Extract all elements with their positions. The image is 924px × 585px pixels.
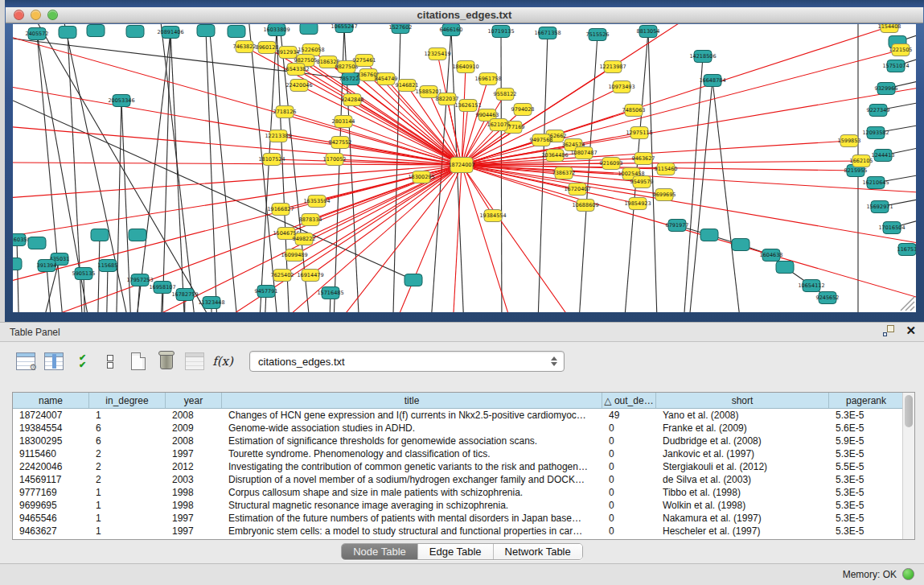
table-cell[interactable]: Genome-wide association studies in ADHD.	[222, 422, 602, 435]
network-node[interactable]: 2405572	[26, 28, 49, 40]
table-cell[interactable]: Embryonic stem cells: a model to study s…	[222, 525, 602, 538]
table-cell[interactable]: 5.3E-5	[829, 409, 904, 422]
table-cell[interactable]: 6	[89, 422, 166, 435]
column-header-short[interactable]: short	[656, 393, 829, 408]
table-cell[interactable]: 0	[602, 512, 656, 525]
table-cell[interactable]: 5.3E-5	[829, 447, 904, 460]
network-node[interactable]: 9227349	[867, 105, 890, 117]
citation-edge-black[interactable]	[577, 35, 598, 312]
network-node[interactable]: 9463627	[632, 153, 655, 165]
table-cell[interactable]: 1	[89, 525, 166, 538]
table-cell[interactable]: Hescheler et al. (1997)	[656, 525, 829, 538]
network-node[interactable]: 8878334	[299, 214, 322, 226]
network-node[interactable]: 15692971	[866, 201, 893, 213]
network-node[interactable]: 18640910	[452, 61, 478, 73]
table-cell[interactable]: Nakamura et al. (1997)	[656, 512, 829, 525]
network-node[interactable]: 8960128	[256, 42, 279, 54]
table-cell[interactable]: Tibbo et al. (1998)	[656, 486, 829, 499]
close-panel-icon[interactable]: ✕	[906, 325, 916, 336]
network-node[interactable]	[126, 26, 144, 38]
delete-table-button[interactable]	[155, 350, 178, 373]
network-view-canvas[interactable]: 1872400724055722089140616033809106552471…	[13, 24, 916, 312]
table-cell[interactable]: Changes of HCN gene expression and I(f) …	[222, 409, 602, 422]
table-cell[interactable]: 2003	[166, 473, 222, 486]
network-node[interactable]: 16210645	[862, 177, 889, 189]
citation-edge-black[interactable]	[258, 30, 277, 312]
table-cell[interactable]: 0	[602, 460, 656, 473]
select-all-button[interactable]: ✔✔	[71, 350, 93, 373]
network-node[interactable]: 5905135	[72, 268, 96, 280]
network-node[interactable]: 1604638	[760, 249, 783, 262]
table-cell[interactable]: 18724007	[13, 409, 89, 422]
network-node[interactable]: 9457791	[255, 286, 278, 298]
citation-network-graph[interactable]: 1872400724055722089140616033809106552471…	[13, 24, 916, 312]
network-node[interactable]: 2718126	[273, 106, 297, 118]
table-cell[interactable]: 0	[602, 473, 656, 486]
network-node[interactable]: 15716485	[317, 287, 343, 299]
table-cell[interactable]: 14569117	[13, 473, 89, 486]
network-node[interactable]: 18724007	[448, 158, 474, 173]
zoom-window-button[interactable]	[47, 10, 58, 20]
tab-edge-table[interactable]: Edge Table	[418, 544, 494, 559]
citation-edge-black[interactable]	[682, 56, 703, 312]
network-node[interactable]: 1154408	[878, 24, 901, 33]
network-node[interactable]	[91, 229, 109, 241]
network-node[interactable]: 7625402	[271, 270, 294, 282]
select-columns-button[interactable]	[43, 350, 65, 373]
citation-edge-black[interactable]	[159, 24, 198, 312]
table-cell[interactable]: 19384554	[13, 422, 89, 435]
table-cell[interactable]: 1	[89, 409, 166, 422]
citation-edge-red[interactable]	[447, 165, 462, 312]
network-node[interactable]: 7515526	[586, 29, 610, 41]
table-row[interactable]: 946554611997Estimation of the future num…	[13, 512, 914, 525]
network-node[interactable]: 116753	[897, 244, 916, 256]
table-row[interactable]: 2242004622012Investigating the contribut…	[13, 460, 914, 473]
network-node[interactable]: 9497568	[530, 134, 553, 146]
table-cell[interactable]: 1	[89, 499, 166, 512]
table-cell[interactable]: 9115460	[13, 447, 89, 460]
table-cell[interactable]: 2	[89, 460, 166, 473]
table-cell[interactable]: 5.3E-5	[829, 499, 904, 512]
table-cell[interactable]: 5.5E-5	[829, 460, 904, 473]
network-node[interactable]: 2803144	[332, 116, 355, 128]
table-cell[interactable]: Dudbridge et al. (2008)	[656, 435, 829, 447]
table-cell[interactable]: 1	[89, 486, 166, 499]
table-cell[interactable]: Yano et al. (2008)	[656, 409, 829, 422]
network-node[interactable]: 6791977	[666, 220, 689, 232]
table-cell[interactable]: 1997	[166, 447, 222, 460]
table-cell[interactable]: 6	[89, 435, 166, 447]
citation-edge-red[interactable]	[462, 165, 544, 312]
network-node[interactable]: 11323448	[198, 297, 224, 309]
table-cell[interactable]: 5.3E-5	[829, 525, 904, 538]
network-node[interactable]: 19384554	[479, 210, 506, 222]
network-node[interactable]: 9115460	[655, 163, 678, 175]
table-cell[interactable]: 0	[602, 447, 656, 460]
minimize-window-button[interactable]	[31, 10, 41, 20]
network-node[interactable]: 7463822	[233, 41, 257, 53]
table-cell[interactable]: 49	[602, 409, 656, 422]
table-cell[interactable]: Estimation of significance thresholds fo…	[222, 435, 602, 447]
network-node[interactable]	[59, 27, 76, 39]
network-node[interactable]: 9242848	[341, 94, 364, 106]
table-scrollbar[interactable]	[902, 393, 914, 539]
network-node[interactable]: 9558122	[494, 89, 517, 101]
column-header-pagerank[interactable]: pagerank	[829, 393, 904, 408]
network-node[interactable]: 16648784	[699, 75, 725, 87]
table-row[interactable]: 911546021997Tourette syndrome. Phenomeno…	[13, 447, 914, 460]
network-node[interactable]: 1621075	[487, 119, 511, 131]
citation-edge-black[interactable]	[106, 266, 108, 312]
network-node[interactable]: 8427552	[329, 137, 352, 149]
network-node[interactable]	[228, 26, 245, 38]
resize-grip-icon[interactable]	[906, 302, 914, 311]
table-row[interactable]: 1456911722003Disruption of a novel membe…	[13, 473, 914, 486]
table-cell[interactable]: 5.9E-5	[829, 435, 904, 447]
table-cell[interactable]: 1997	[166, 525, 222, 538]
network-node[interactable]	[700, 229, 718, 241]
table-row[interactable]: 977716911998Corpus callosum shape and si…	[13, 486, 914, 499]
network-node[interactable]: 12093582	[862, 127, 889, 139]
table-cell[interactable]: Franke et al. (2009)	[656, 422, 829, 435]
table-cell[interactable]: 0	[602, 422, 656, 435]
table-row[interactable]: 1938455462009Genome-wide association stu…	[13, 422, 914, 435]
network-node[interactable]: 1527602	[389, 24, 413, 34]
table-cell[interactable]: 22420046	[13, 460, 89, 473]
